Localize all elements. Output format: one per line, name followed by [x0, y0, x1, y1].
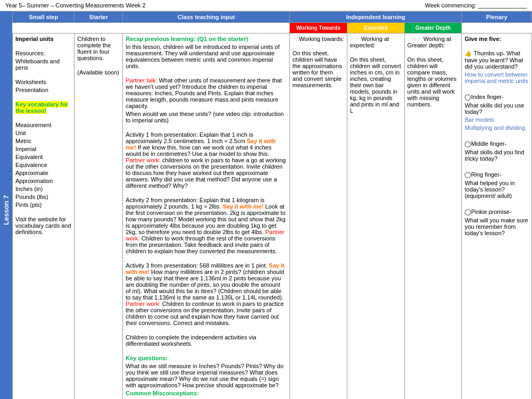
activity2-cont2: Children to work through the rest of the… — [126, 235, 277, 254]
starter-available: (Available soon) — [77, 69, 120, 76]
plenary-bar-models: Bar models — [464, 117, 494, 123]
partner-work-3: Partner work: — [126, 301, 160, 307]
activity1-cont: If we know this, how can we work out wha… — [126, 144, 271, 157]
activity1-intro: Activity 1 from presentation: Explain th… — [126, 131, 253, 144]
header-starter: Starter — [74, 12, 123, 23]
wt-stars: ☆ Working towards: — [293, 36, 344, 42]
vocab-imperial: Imperial — [15, 146, 71, 152]
empty-subheader — [13, 23, 290, 34]
misconceptions-para: Common Misconceptions: — [126, 390, 287, 396]
vocab-unit: Unit — [15, 130, 71, 136]
plenary-index-text: What skills did you use today? — [464, 102, 529, 115]
presentation: Presentation — [15, 87, 71, 93]
plenary-thumb: 👍 Thumbs up- What have you learnt? What … — [464, 50, 529, 84]
header-bar: Year 5– Summer – Converting Measurements… — [0, 0, 532, 11]
vocab-pounds: Pounds (lbs) — [15, 194, 71, 200]
worksheets: Worksheets — [15, 79, 71, 85]
plenary-ring: ◯Ring finger- What helped you in today's… — [464, 171, 529, 199]
subheader-expected: Expected — [347, 23, 404, 34]
when-use: When would we use these units? (see vide… — [126, 111, 287, 123]
wt-text: On this sheet, children will have the ap… — [293, 50, 344, 88]
header-independent: Independent learning — [289, 12, 462, 23]
activity3-question: How many millilitres are in 2 pints? (ch… — [126, 269, 284, 301]
starter-text: Children to complete the fluent in four … — [77, 36, 120, 61]
key-questions-para: Key questions: — [126, 355, 287, 361]
resources-value: Whiteboards and pens — [15, 58, 71, 71]
header-title: Year 5– Summer – Converting Measurements… — [5, 2, 146, 9]
subheader-greater: Greater Depth — [404, 23, 462, 34]
plenary-title: Give me five: — [464, 36, 501, 42]
plenary-index-label: Index finger- — [471, 94, 503, 100]
empty-plenary-sub — [462, 23, 532, 34]
sub-headers-row: Working Towards Expected Greater Depth — [13, 23, 532, 34]
plenary-mult-div: Multiplying and dividing — [464, 124, 525, 131]
partner-talk-label: Partner talk: — [126, 77, 157, 84]
vocab-measurement: Measurement — [15, 122, 71, 128]
header-plenary: Plenary — [462, 12, 532, 23]
plenary-ring-text: What helped you in today's lesson? (equi… — [464, 180, 529, 199]
week-commencing: Week commencing: _______________ — [425, 2, 527, 9]
working-towards-cell: ☆ Working towards: On this sheet, childr… — [289, 34, 347, 400]
gd-stars: ☆☆☆ Working at Greater depth: — [408, 36, 459, 48]
plenary-middle-text: What skills did you find tricky today? — [464, 149, 529, 162]
main-content-row: Imperial units Resources: Whiteboards an… — [13, 34, 532, 400]
main-table: Small step Starter Class teaching input … — [12, 11, 532, 399]
plenary-how-to: How to convert between imperial and metr… — [464, 71, 528, 84]
partner-talk-para: Partner talk: What other units of measur… — [126, 77, 287, 109]
exp-text: On this sheet, children will convert inc… — [350, 56, 402, 114]
plenary-middle: ◯Middle finger- What skills did you find… — [464, 140, 529, 162]
vocab-inches: Inches (in) — [15, 186, 71, 192]
lesson-label: Lesson 7 — [0, 11, 12, 399]
vocab-pints: Pints (pts) — [15, 202, 71, 208]
expected-cell: ☆☆ Working at expected: On this sheet, c… — [347, 34, 404, 400]
visit-text: Visit the website for vocabulary cards a… — [15, 216, 71, 235]
column-headers-row: Small step Starter Class teaching input … — [13, 12, 532, 23]
exp-stars: ☆☆ Working at expected: — [350, 36, 402, 48]
subheader-working: Working Towards — [289, 23, 347, 34]
main-content: Lesson 7 Small step Starter Class teachi… — [0, 11, 532, 399]
content-wrap: Small step Starter Class teaching input … — [12, 11, 532, 399]
differentiated: Children to complete the independent act… — [126, 334, 287, 347]
plenary-thumb-text: 👍 Thumbs up- What have you learnt? What … — [464, 50, 529, 70]
vocab-equivalence: Equivalence — [15, 162, 71, 168]
plenary-index: ◯Index finger- What skills did you use t… — [464, 94, 529, 131]
key-questions-text: What do we still measure in Inches? Poun… — [126, 363, 287, 388]
header-teaching: Class teaching input — [123, 12, 290, 23]
teaching-intro: In this lesson, children will be introdu… — [126, 44, 287, 69]
key-questions-highlight: Key questions: — [126, 355, 168, 361]
activity3-para: Activity 3 from presentation: 568 millil… — [126, 262, 287, 326]
activity2-para: Activity 2 from presentation: Explain th… — [126, 197, 287, 254]
gd-text: On this sheet, children will compare mas… — [408, 56, 459, 107]
activity1-para: Activity 1 from presentation: Explain th… — [126, 131, 287, 189]
vocab-approximate: Approximate — [15, 170, 71, 176]
misconceptions-highlight: Common Misconceptions: — [126, 390, 199, 396]
plenary-middle-label: Middle finger- — [471, 140, 506, 147]
plenary-pinkie: ◯Pinkie promise- What will you make sure… — [464, 209, 529, 236]
vocab-highlight: Key vocabulary for the lesson! — [15, 101, 68, 114]
plenary-ring-label: Ring finger- — [471, 171, 501, 178]
partner-work-1: Partner work: — [126, 157, 160, 163]
small-step-cell: Imperial units Resources: Whiteboards an… — [13, 34, 74, 400]
starter-cell: Children to complete the fluent in four … — [74, 34, 123, 400]
say-it-2: Say it with me! — [222, 203, 263, 210]
plenary-cell: Give me five: 👍 Thumbs up- What have you… — [462, 34, 532, 400]
greater-depth-cell: ☆☆☆ Working at Greater depth: On this sh… — [404, 34, 462, 400]
plenary-pinkie-label: Pinkie promise- — [471, 209, 511, 215]
resources-label: Resources: — [15, 50, 71, 56]
vocab-approximation: Approximation — [15, 178, 71, 184]
vocab-metric: Metric — [15, 138, 71, 144]
vocab-equivalent: Equivalent — [15, 154, 71, 160]
plenary-pinkie-text: What will you make sure you remember fro… — [464, 217, 529, 236]
teaching-cell: Recap previous learning: (Q1 on the star… — [123, 34, 290, 400]
page-wrapper: Year 5– Summer – Converting Measurements… — [0, 0, 532, 399]
header-small-step: Small step — [13, 12, 74, 23]
imperial-units-title: Imperial units — [15, 36, 54, 42]
recap-highlight: Recap previous learning: (Q1 on the star… — [126, 36, 248, 42]
activity3-intro: Activity 3 from presentation: 568 millil… — [126, 262, 269, 269]
